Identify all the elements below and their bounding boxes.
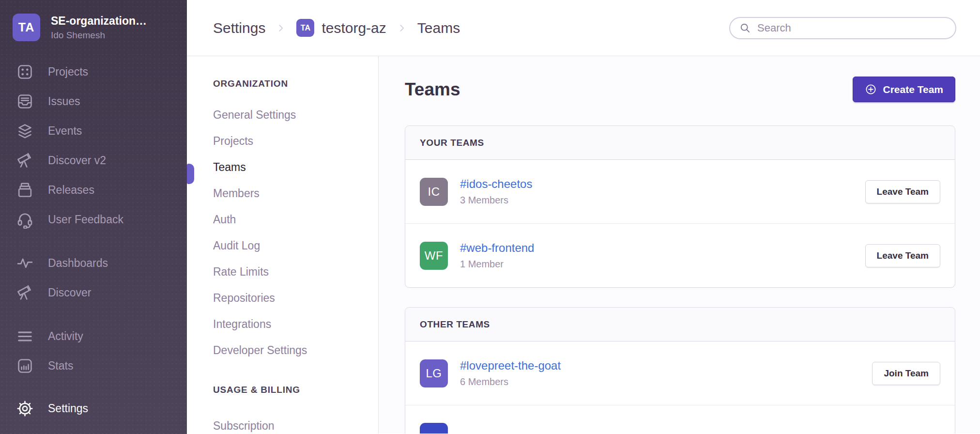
bar-chart-icon — [16, 357, 34, 375]
sidebar-item-label: Projects — [48, 65, 88, 78]
headset-icon — [16, 211, 34, 229]
sidebar-item-user-feedback[interactable]: User Feedback — [0, 205, 187, 234]
panel-title: YOUR TEAMS — [405, 126, 955, 160]
team-avatar: WF — [420, 242, 448, 270]
team-row: LG #lovepreet-the-goat 6 Members Join Te… — [405, 341, 955, 405]
team-name-link[interactable]: #web-frontend — [460, 241, 534, 255]
breadcrumb-page-label: Teams — [417, 20, 460, 36]
breadcrumb-org-label: testorg-az — [322, 20, 386, 36]
subnav-item-teams[interactable]: Teams — [213, 154, 378, 180]
telescope-icon — [16, 152, 34, 170]
sidebar-item-discover-v2[interactable]: Discover v2 — [0, 146, 187, 175]
sidebar-item-discover[interactable]: Discover — [0, 278, 187, 308]
gear-icon — [16, 400, 34, 418]
settings-subnav: ORGANIZATION General Settings Projects T… — [187, 56, 379, 434]
sidebar-item-projects[interactable]: Projects — [0, 57, 187, 87]
breadcrumb: Settings TA testorg-az Teams — [213, 19, 460, 37]
plus-circle-icon — [865, 83, 877, 95]
your-teams-panel: YOUR TEAMS IC #idos-cheetos 3 Members Le… — [405, 125, 955, 288]
events-layers-icon — [16, 122, 34, 140]
team-row: WF #web-frontend 1 Member Leave Team — [405, 223, 955, 287]
leave-team-button[interactable]: Leave Team — [865, 244, 940, 267]
sidebar-item-label: Dashboards — [48, 257, 108, 270]
sidebar-item-label: Events — [48, 124, 82, 138]
team-member-count: 3 Members — [460, 195, 532, 206]
team-avatar: IC — [420, 178, 448, 206]
sidebar-item-releases[interactable]: Releases — [0, 175, 187, 205]
subnav-item-general-settings[interactable]: General Settings — [213, 102, 378, 128]
page-title: Teams — [405, 79, 460, 100]
telescope-icon — [16, 284, 34, 302]
sidebar-item-label: Discover v2 — [48, 154, 106, 167]
subnav-list: Subscription — [213, 413, 378, 434]
sidebar-item-dashboards[interactable]: Dashboards — [0, 248, 187, 278]
releases-archive-icon — [16, 181, 34, 199]
search-icon — [739, 22, 751, 34]
join-team-button[interactable]: Join Team — [872, 362, 940, 385]
content-area: Settings TA testorg-az Teams ORGANIZATIO… — [187, 0, 980, 434]
team-avatar: LG — [420, 359, 448, 388]
other-teams-panel: OTHER TEAMS LG #lovepreet-the-goat 6 Mem… — [405, 307, 955, 434]
org-switcher[interactable]: TA SE-organization… Ido Shemesh — [0, 0, 187, 55]
org-user-name: Ido Shemesh — [51, 30, 147, 41]
org-avatar: TA — [13, 14, 40, 41]
subnav-item-rate-limits[interactable]: Rate Limits — [213, 259, 378, 285]
search-box — [729, 17, 956, 39]
pulse-icon — [16, 254, 34, 272]
team-name-link[interactable]: #lovepreet-the-goat — [460, 359, 561, 372]
team-row-partial — [405, 405, 955, 434]
panel-title: OTHER TEAMS — [405, 308, 955, 341]
subnav-item-integrations[interactable]: Integrations — [213, 311, 378, 337]
subnav-item-subscription[interactable]: Subscription — [213, 413, 378, 434]
sidebar-item-label: Settings — [48, 402, 88, 415]
list-lines-icon — [16, 327, 34, 345]
team-name-link[interactable]: #idos-cheetos — [460, 177, 532, 191]
search-input[interactable] — [757, 22, 947, 34]
active-nav-indicator — [187, 164, 194, 184]
sidebar-item-issues[interactable]: Issues — [0, 87, 187, 116]
sidebar-item-activity[interactable]: Activity — [0, 322, 187, 351]
sidebar-item-label: User Feedback — [48, 213, 123, 226]
top-header: Settings TA testorg-az Teams — [187, 0, 980, 56]
sidebar-item-label: Discover — [48, 286, 91, 299]
team-member-count: 6 Members — [460, 376, 561, 388]
sidebar-nav: Projects Issues Events Discover v2 Relea… — [0, 57, 187, 423]
subnav-item-members[interactable]: Members — [213, 180, 378, 206]
team-row: IC #idos-cheetos 3 Members Leave Team — [405, 160, 955, 223]
sidebar-item-events[interactable]: Events — [0, 116, 187, 146]
app-sidebar: TA SE-organization… Ido Shemesh Projects… — [0, 0, 187, 434]
subnav-item-repositories[interactable]: Repositories — [213, 285, 378, 311]
subnav-item-developer-settings[interactable]: Developer Settings — [213, 337, 378, 363]
subnav-list: General Settings Projects Teams Members … — [213, 102, 378, 363]
sidebar-item-label: Stats — [48, 359, 73, 372]
org-chip-avatar: TA — [296, 19, 314, 37]
subnav-item-projects[interactable]: Projects — [213, 128, 378, 154]
breadcrumb-settings-link[interactable]: Settings — [213, 20, 265, 36]
create-team-label: Create Team — [883, 84, 943, 95]
sidebar-item-label: Issues — [48, 95, 80, 108]
team-member-count: 1 Member — [460, 259, 534, 270]
sidebar-item-stats[interactable]: Stats — [0, 351, 187, 381]
chevron-right-icon — [276, 23, 286, 33]
sidebar-item-label: Activity — [48, 330, 83, 343]
team-avatar — [420, 423, 448, 434]
sidebar-item-settings[interactable]: Settings — [0, 394, 187, 423]
breadcrumb-org-link[interactable]: TA testorg-az — [296, 19, 386, 37]
create-team-button[interactable]: Create Team — [853, 77, 955, 102]
org-name: SE-organization… — [51, 15, 147, 28]
projects-grid-icon — [16, 63, 34, 81]
subnav-item-auth[interactable]: Auth — [213, 206, 378, 232]
sidebar-item-label: Releases — [48, 184, 94, 197]
subnav-section-title: USAGE & BILLING — [213, 385, 378, 395]
leave-team-button[interactable]: Leave Team — [865, 180, 940, 203]
subnav-section-title: ORGANIZATION — [213, 78, 378, 89]
issues-inbox-icon — [16, 93, 34, 110]
subnav-item-audit-log[interactable]: Audit Log — [213, 232, 378, 259]
main-content: Teams Create Team YOUR TEAMS IC #idos-ch… — [379, 56, 980, 434]
chevron-right-icon — [397, 23, 407, 33]
